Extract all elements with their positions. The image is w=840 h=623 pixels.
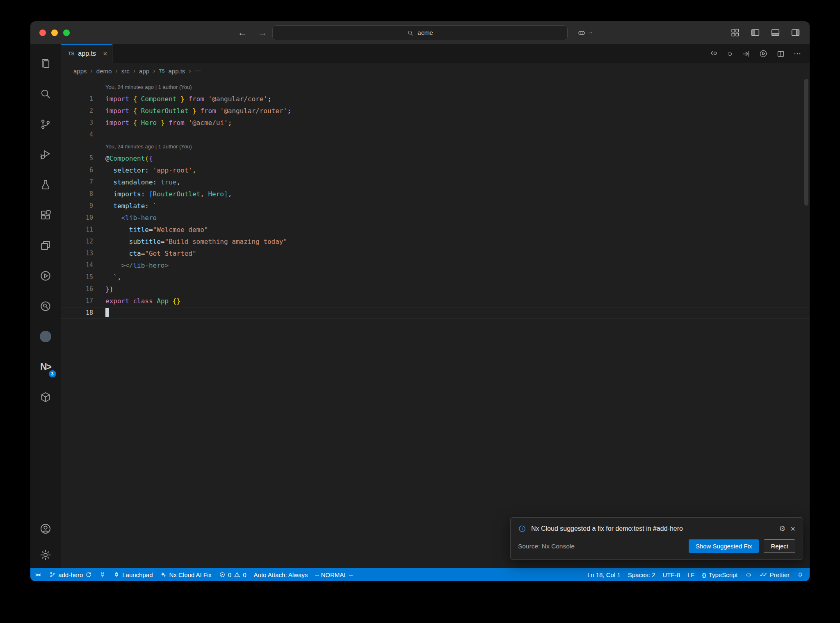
code-line[interactable]: 14 ></lib-hero>	[61, 259, 810, 271]
copilot-menu[interactable]	[577, 28, 594, 38]
more-actions-icon[interactable]: ⋯	[794, 49, 801, 58]
play-circle-icon[interactable]	[30, 261, 61, 291]
indentation-status[interactable]: Spaces: 2	[624, 568, 659, 581]
vim-mode-status[interactable]: -- NORMAL --	[311, 568, 356, 581]
launchpad-status[interactable]: Launchpad	[110, 568, 156, 581]
line-number: 12	[61, 236, 93, 248]
vscode-window: ← → acme	[30, 21, 810, 581]
launchpad-label: Launchpad	[122, 571, 153, 578]
run-arrow-icon[interactable]	[742, 50, 750, 58]
nx-console-icon[interactable]: N> 3	[30, 352, 61, 382]
source-control-icon[interactable]	[30, 109, 61, 139]
breadcrumb-item[interactable]: apps	[73, 68, 87, 75]
remote-indicator[interactable]: ><	[30, 568, 46, 581]
code-line[interactable]: 3import { Hero } from '@acme/ui';	[61, 117, 810, 129]
problems-status[interactable]: 0 0	[215, 568, 250, 581]
nx-cloud-fix-status[interactable]: Nx Cloud AI Fix	[156, 568, 215, 581]
encoding-status[interactable]: UTF-8	[659, 568, 684, 581]
toast-close-icon[interactable]: ×	[790, 525, 795, 533]
sparkle-icon	[160, 571, 167, 578]
zoom-window-button[interactable]	[63, 30, 70, 36]
copilot-status[interactable]	[742, 568, 756, 581]
open-changes-icon[interactable]	[710, 50, 718, 58]
code-line[interactable]: 5@Component({	[61, 152, 810, 164]
angular-icon[interactable]	[30, 321, 61, 352]
breadcrumb-item[interactable]: demo	[96, 68, 112, 75]
formatter-status[interactable]: ✓✓ Prettier	[756, 568, 794, 581]
line-content: export class App {}	[93, 295, 180, 307]
account-icon[interactable]	[30, 516, 61, 542]
line-number: 7	[61, 176, 93, 188]
codelens-row[interactable]: You, 24 minutes ago | 1 author (You)	[61, 141, 810, 152]
window-controls	[39, 30, 70, 36]
forward-arrow-icon[interactable]: →	[258, 27, 267, 38]
nx-cloud-fix-label: Nx Cloud AI Fix	[169, 571, 211, 578]
search-value: acme	[418, 29, 433, 36]
code-line[interactable]: 7 standalone: true,	[61, 176, 810, 188]
line-content: standalone: true,	[93, 176, 180, 188]
code-line[interactable]: 9 template: `	[61, 200, 810, 212]
close-window-button[interactable]	[39, 30, 46, 36]
eol-status[interactable]: LF	[684, 568, 698, 581]
breadcrumb-item[interactable]: ⋯	[195, 67, 201, 75]
customize-layout-icon[interactable]	[730, 27, 740, 38]
back-arrow-icon[interactable]: ←	[237, 27, 247, 38]
code-line[interactable]: 6 selector: 'app-root',	[61, 164, 810, 176]
code-search-icon[interactable]	[30, 291, 61, 321]
code-line[interactable]: 1import { Component } from '@angular/cor…	[61, 93, 810, 105]
run-file-icon[interactable]	[759, 49, 768, 58]
bell-icon	[797, 571, 803, 578]
codelens-row[interactable]: You, 24 minutes ago | 1 author (You)	[61, 81, 810, 93]
auto-attach-status[interactable]: Auto Attach: Always	[250, 568, 312, 581]
titlebar: ← → acme	[30, 21, 810, 44]
extensions-icon[interactable]	[30, 200, 61, 230]
show-suggested-fix-button[interactable]: Show Suggested Fix	[689, 539, 759, 553]
code-line[interactable]: 13 cta="Get Started"	[61, 248, 810, 259]
cursor-position-status[interactable]: Ln 18, Col 1	[584, 568, 624, 581]
testing-icon[interactable]	[30, 170, 61, 200]
scrollbar-thumb[interactable]	[804, 79, 808, 206]
language-status[interactable]: {} TypeScript	[698, 568, 742, 581]
toggle-sidebar-icon[interactable]	[750, 27, 760, 38]
package-icon[interactable]	[30, 382, 61, 412]
plug-status[interactable]	[96, 568, 110, 581]
notifications-status[interactable]	[793, 568, 807, 581]
search-sidebar-icon[interactable]	[30, 79, 61, 109]
minimize-window-button[interactable]	[51, 30, 58, 36]
plug-icon	[99, 571, 106, 578]
line-content: <lib-hero	[93, 212, 157, 224]
breadcrumb-item[interactable]: app	[139, 68, 149, 75]
code-line[interactable]: 18	[61, 307, 810, 319]
close-tab-icon[interactable]: ×	[103, 50, 107, 57]
split-editor-icon[interactable]	[776, 50, 785, 58]
line-content: import { RouterOutlet } from '@angular/r…	[93, 105, 291, 117]
code-line[interactable]: 10 <lib-hero	[61, 212, 810, 224]
settings-gear-icon[interactable]	[30, 542, 61, 568]
breadcrumb-item[interactable]: app.ts	[168, 68, 185, 75]
run-debug-icon[interactable]	[30, 139, 61, 170]
code-line[interactable]: 12 subtitle="Build something amazing tod…	[61, 236, 810, 248]
code-line[interactable]: 17export class App {}	[61, 295, 810, 307]
code-line[interactable]: 16})	[61, 283, 810, 295]
command-center-search[interactable]: acme	[272, 25, 568, 40]
line-number: 14	[61, 259, 93, 271]
breadcrumb-item[interactable]: src	[121, 68, 130, 75]
toggle-secondary-sidebar-icon[interactable]	[790, 27, 801, 38]
code-line[interactable]: 2import { RouterOutlet } from '@angular/…	[61, 105, 810, 117]
toast-settings-gear-icon[interactable]: ⚙	[779, 524, 785, 533]
code-line[interactable]: 4	[61, 129, 810, 141]
code-line[interactable]: 15 `,	[61, 271, 810, 283]
copilot-icon	[745, 571, 752, 578]
branch-status[interactable]: add-hero	[46, 568, 96, 581]
branch-icon	[49, 571, 56, 578]
reject-button[interactable]: Reject	[764, 539, 795, 553]
outline-circle-icon[interactable]	[727, 51, 733, 57]
explorer-icon[interactable]	[30, 48, 61, 79]
tab-app-ts[interactable]: TS app.ts ×	[61, 44, 113, 63]
code-line[interactable]: 11 title="Welcmoe demo"	[61, 224, 810, 236]
code-editor[interactable]: You, 24 minutes ago | 1 author (You)1imp…	[61, 79, 810, 568]
code-line[interactable]: 8 imports: [RouterOutlet, Hero],	[61, 188, 810, 200]
overlapping-windows-icon[interactable]	[30, 230, 61, 261]
toggle-panel-icon[interactable]	[770, 27, 781, 38]
line-number: 4	[61, 129, 93, 141]
